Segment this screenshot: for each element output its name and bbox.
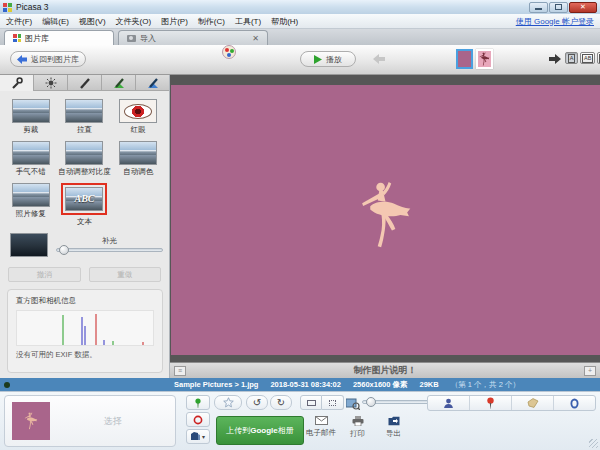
crop-thumbnail-icon: [12, 99, 50, 123]
wrench-icon: [11, 77, 23, 89]
status-filesize: 29KB: [420, 380, 439, 389]
close-button[interactable]: ✕: [569, 2, 597, 13]
star-button[interactable]: [214, 395, 242, 410]
tool-crop[interactable]: 剪裁: [4, 99, 58, 135]
menu-edit[interactable]: 编辑(E): [42, 16, 69, 27]
tab-effects-blue[interactable]: [136, 75, 169, 91]
menu-tools[interactable]: 工具(T): [235, 16, 261, 27]
menu-create[interactable]: 制作(C): [198, 16, 225, 27]
tab-library-label: 图片库: [25, 33, 49, 44]
minimize-button[interactable]: [529, 2, 548, 13]
menu-folder[interactable]: 文件夹(O): [116, 16, 152, 27]
tool-text[interactable]: ABC 文本: [58, 183, 112, 227]
exif-status-text: 没有可用的 EXIF 数据。: [16, 350, 154, 360]
tool-retouch[interactable]: 照片修复: [4, 183, 58, 227]
redo-button[interactable]: 重做: [89, 267, 162, 282]
upload-label-google: Google: [250, 426, 278, 435]
upload-google-photos-button[interactable]: 上传到 Google 相册: [216, 416, 304, 445]
back-button-label: 返回到图片库: [31, 54, 79, 65]
menu-file[interactable]: 文件(F): [6, 16, 32, 27]
tray-thumbnail[interactable]: [12, 402, 50, 440]
star-icon: [223, 397, 234, 408]
tool-auto-color[interactable]: 自动调色: [111, 141, 165, 177]
caption-placeholder[interactable]: 制作图片说明！: [190, 364, 580, 377]
tab-tuning[interactable]: [34, 75, 68, 91]
zoom-slider-knob[interactable]: [366, 397, 376, 407]
undo-button[interactable]: 撤消: [8, 267, 81, 282]
fill-light-slider[interactable]: [56, 248, 163, 252]
tool-auto-contrast[interactable]: 自动调整对比度: [58, 141, 112, 177]
straighten-thumbnail-icon: [65, 99, 103, 123]
fill-light-slider-knob[interactable]: [59, 245, 69, 255]
text-tool-highlight-box: ABC: [61, 183, 107, 215]
histogram-panel: 直方图和相机信息 没有可用的 EXIF 数据。: [7, 289, 163, 373]
next-image-arrow-icon[interactable]: [548, 53, 562, 65]
maximize-button[interactable]: [549, 2, 568, 13]
places-button[interactable]: [470, 396, 512, 410]
tool-crop-label: 剪裁: [23, 125, 38, 135]
google-signin-link[interactable]: 使用 Google 帐户登录: [516, 16, 594, 27]
resize-grip[interactable]: [589, 439, 598, 448]
email-label: 电子邮件: [306, 428, 336, 438]
menu-view[interactable]: 视图(V): [79, 16, 106, 27]
rotate-left-button[interactable]: ↺: [246, 395, 268, 410]
tools-grid: 剪裁 拉直 红眼 手气不错 自动调整对比度: [0, 91, 169, 227]
menu-bar: 文件(F) 编辑(E) 视图(V) 文件夹(O) 图片(P) 制作(C) 工具(…: [0, 14, 600, 29]
zoom-slider[interactable]: [362, 400, 430, 404]
tab-basic-fixes[interactable]: [0, 75, 34, 91]
selection-tray: 选择: [4, 395, 176, 447]
album-folder-icon: [191, 432, 201, 441]
view-side-by-side-button[interactable]: AB: [580, 52, 595, 64]
tool-redeye[interactable]: 红眼: [111, 99, 165, 135]
rotate-ccw-icon: ↺: [253, 398, 261, 408]
nav-thumbnail-current[interactable]: [456, 49, 473, 69]
palette-icon[interactable]: [222, 45, 236, 59]
tool-im-feeling-lucky[interactable]: 手气不错: [4, 141, 58, 177]
status-index: （第 1 个，共 2 个）: [451, 380, 520, 390]
menu-picture[interactable]: 图片(P): [161, 16, 188, 27]
tab-import-label: 导入: [140, 33, 156, 44]
print-button[interactable]: 打印: [350, 416, 365, 439]
ballerina-thumb-icon: [479, 52, 490, 67]
back-to-library-button[interactable]: 返回到图片库: [10, 51, 86, 67]
retouch-thumbnail-icon: [12, 183, 50, 207]
histogram-title: 直方图和相机信息: [16, 296, 154, 306]
printer-icon: [352, 416, 364, 426]
tab-library[interactable]: 图片库: [4, 30, 114, 45]
tab-effects-green[interactable]: [102, 75, 136, 91]
tab-effects[interactable]: [68, 75, 102, 91]
photo-canvas[interactable]: [171, 85, 600, 355]
export-button[interactable]: 导出: [386, 416, 401, 439]
people-button[interactable]: [428, 396, 470, 410]
add-to-album-button[interactable]: ▾: [186, 429, 210, 444]
top-toolbar: 返回到图片库 播放 A AB AA: [0, 45, 600, 75]
properties-button[interactable]: [554, 396, 595, 410]
title-bar: Picasa 3 ✕: [0, 0, 600, 14]
play-button[interactable]: 播放: [300, 51, 356, 67]
caption-bar[interactable]: ≡ 制作图片说明！ +: [170, 362, 600, 378]
green-pushpin-icon: [194, 398, 202, 408]
nav-thumbnail-next[interactable]: [476, 49, 493, 69]
actual-size-button[interactable]: [322, 395, 344, 410]
caption-add-icon[interactable]: +: [584, 366, 596, 376]
menu-help[interactable]: 帮助(H): [271, 16, 298, 27]
tool-straighten-label: 拉直: [77, 125, 92, 135]
tab-import[interactable]: 导入 ✕: [118, 30, 268, 45]
rotate-right-button[interactable]: ↻: [270, 395, 292, 410]
tags-button[interactable]: [512, 396, 554, 410]
clear-button[interactable]: [186, 412, 210, 427]
tool-straighten[interactable]: 拉直: [58, 99, 112, 135]
caption-style-icon[interactable]: ≡: [174, 366, 186, 376]
fit-view-button[interactable]: [300, 395, 322, 410]
auto-color-thumbnail-icon: [119, 141, 157, 165]
email-button[interactable]: 电子邮件: [306, 416, 336, 438]
hold-button[interactable]: [186, 395, 210, 410]
tab-close-icon[interactable]: ✕: [252, 34, 259, 43]
view-single-button[interactable]: A: [565, 52, 578, 64]
upload-label-prefix: 上传到: [226, 425, 250, 436]
play-icon: [314, 55, 322, 64]
tray-select-label: 选择: [50, 415, 175, 428]
green-brush-icon: [113, 77, 125, 89]
edit-panel: 剪裁 拉直 红眼 手气不错 自动调整对比度: [0, 75, 170, 378]
tool-auto-contrast-label: 自动调整对比度: [58, 167, 111, 177]
